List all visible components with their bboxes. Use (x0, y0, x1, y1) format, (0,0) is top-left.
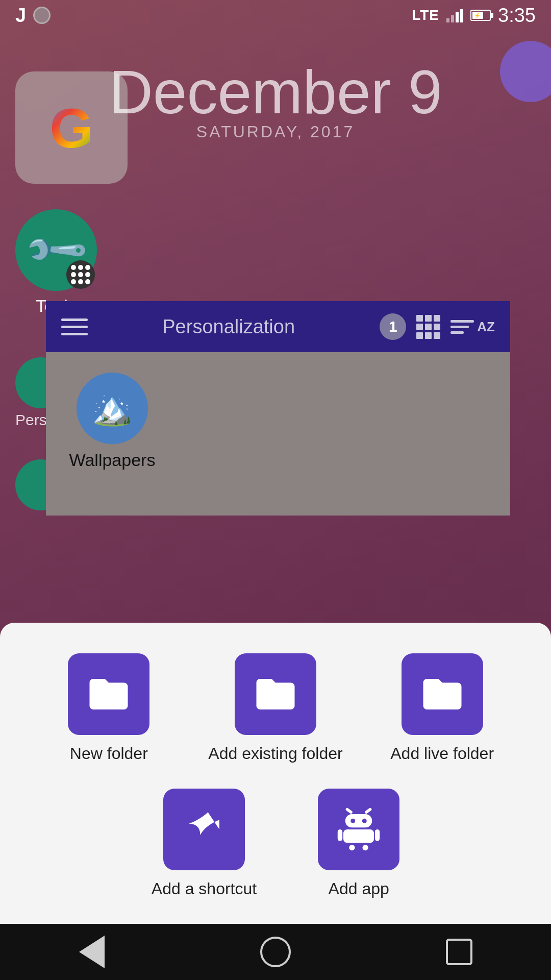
tools-folder[interactable]: 🔧 Tools (15, 209, 97, 316)
date-widget: December 9 SATURDAY, 2017 (0, 61, 551, 141)
add-live-folder-action[interactable]: Add live folder (364, 653, 520, 763)
hamburger-menu-button[interactable] (61, 318, 88, 335)
action-grid-row2: Add a shortcut (31, 789, 520, 898)
new-folder-label: New folder (70, 744, 148, 763)
date-weekday: SATURDAY, 2017 (0, 122, 551, 141)
status-time: 3:35 (498, 5, 536, 27)
status-letter: J (15, 5, 26, 27)
filter-badge[interactable]: 1 (380, 313, 406, 340)
recents-icon (446, 939, 472, 965)
perso-toolbar: Personalization 1 (46, 301, 510, 352)
status-indicator (33, 7, 51, 24)
add-app-action[interactable]: Add app (318, 789, 399, 898)
svg-line-1 (347, 810, 352, 813)
add-app-icon-box (318, 789, 399, 870)
add-existing-folder-label: Add existing folder (208, 744, 342, 763)
new-folder-action[interactable]: New folder (31, 653, 187, 763)
home-button[interactable] (255, 932, 296, 972)
add-existing-icon-box (235, 653, 316, 735)
folder-plus-icon (86, 671, 132, 717)
action-grid-row1: New folder Add existing folder Add live (31, 653, 520, 763)
add-shortcut-action[interactable]: Add a shortcut (152, 789, 257, 898)
bottom-sheet: New folder Add existing folder Add live (0, 623, 551, 924)
personalization-title: Personalization (88, 316, 369, 338)
add-existing-folder-action[interactable]: Add existing folder (197, 653, 354, 763)
add-app-label: Add app (329, 879, 389, 898)
navigation-bar (0, 924, 551, 980)
shortcut-arrow-icon (181, 806, 227, 852)
status-left: J (15, 5, 51, 27)
back-icon (79, 936, 105, 968)
lte-label: LTE (412, 7, 439, 23)
status-right: LTE ⚡ 3:35 (412, 5, 536, 27)
signal-icon (446, 8, 463, 22)
wallpapers-item[interactable]: 🏔️ Wallpapers (66, 373, 158, 470)
android-bot-icon (336, 806, 382, 852)
svg-rect-9 (349, 845, 355, 850)
grid-view-button[interactable] (416, 315, 440, 339)
svg-rect-6 (343, 829, 374, 843)
personalization-panel: Personalization 1 (46, 301, 510, 516)
svg-rect-10 (363, 845, 368, 850)
svg-rect-8 (375, 829, 380, 841)
new-folder-icon-box (68, 653, 149, 735)
svg-point-4 (350, 819, 355, 823)
folder-refresh-icon (419, 671, 465, 717)
status-bar: J LTE ⚡ 3:35 (0, 0, 551, 31)
add-shortcut-icon-box (163, 789, 245, 870)
add-live-folder-label: Add live folder (390, 744, 494, 763)
svg-rect-0 (268, 692, 283, 702)
date-day: December 9 (0, 61, 551, 122)
wallpapers-icon: 🏔️ (77, 373, 148, 444)
add-live-icon-box (402, 653, 483, 735)
wallpapers-label: Wallpapers (69, 450, 156, 470)
recents-button[interactable] (439, 932, 480, 972)
folder-badge (66, 260, 95, 289)
svg-rect-7 (338, 829, 342, 841)
svg-rect-3 (345, 814, 372, 827)
svg-point-5 (362, 819, 367, 823)
tools-folder-icon: 🔧 (15, 209, 97, 291)
mountain-icon: 🏔️ (92, 389, 133, 428)
perso-content: 🏔️ Wallpapers (46, 352, 510, 516)
back-button[interactable] (71, 932, 112, 972)
badge-count: 1 (389, 318, 397, 335)
battery-icon: ⚡ (470, 10, 491, 21)
svg-line-2 (366, 810, 370, 813)
home-icon (260, 937, 291, 967)
folder-open-icon (253, 671, 298, 717)
sort-az-button[interactable]: AZ (450, 319, 495, 335)
add-shortcut-label: Add a shortcut (152, 879, 257, 898)
az-label: AZ (477, 319, 495, 335)
